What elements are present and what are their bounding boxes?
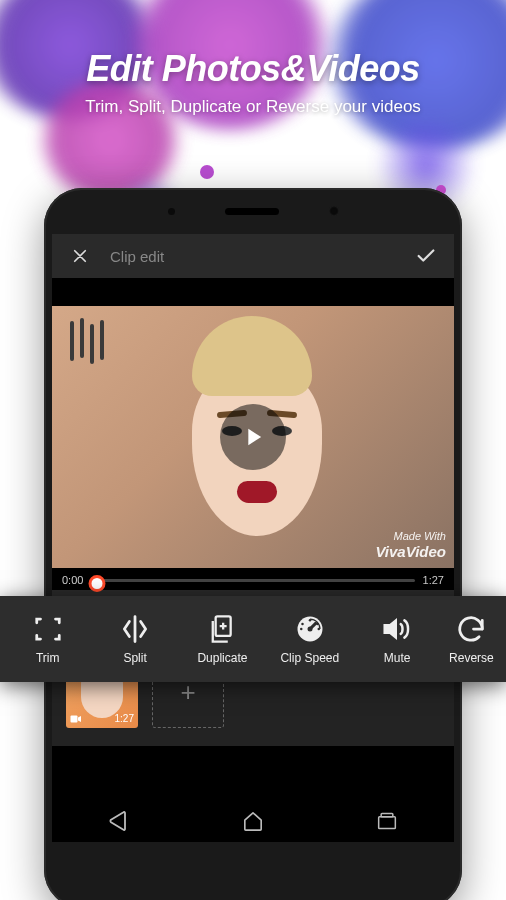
trim-tool[interactable]: Trim — [4, 613, 91, 665]
editor-topbar: Clip edit — [52, 234, 454, 278]
promo-title: Edit Photos&Videos — [0, 48, 506, 90]
svg-point-9 — [309, 619, 312, 622]
timeline-total-time: 1:27 — [423, 574, 444, 586]
mute-tool[interactable]: Mute — [354, 613, 441, 665]
split-tool[interactable]: Split — [91, 613, 178, 665]
svg-rect-4 — [379, 817, 396, 829]
tool-label: Mute — [384, 651, 411, 665]
split-icon — [119, 613, 151, 645]
play-button[interactable] — [220, 404, 286, 470]
recent-icon — [377, 812, 397, 830]
svg-point-14 — [307, 627, 312, 632]
home-icon — [242, 811, 264, 831]
nav-back-button[interactable] — [99, 806, 139, 836]
tool-label: Reverse — [449, 651, 494, 665]
close-icon — [71, 247, 89, 265]
svg-rect-3 — [71, 716, 78, 723]
clip-speed-tool[interactable]: Clip Speed — [266, 613, 353, 665]
svg-rect-5 — [381, 814, 393, 817]
tool-label: Duplicate — [197, 651, 247, 665]
tool-label: Split — [123, 651, 146, 665]
watermark-line2: VivaVideo — [375, 543, 446, 560]
phone-hardware-top — [44, 188, 462, 234]
tool-label: Trim — [36, 651, 60, 665]
timeline-current-time: 0:00 — [62, 574, 83, 586]
tool-label: Clip Speed — [280, 651, 339, 665]
watermark: Made With VivaVideo — [375, 530, 446, 560]
timeline: 0:00 1:27 — [52, 568, 454, 590]
timeline-track[interactable] — [91, 579, 414, 582]
clip-type-badge — [70, 714, 82, 724]
nav-recent-button[interactable] — [367, 806, 407, 836]
back-icon — [107, 811, 131, 831]
watermark-line1: Made With — [375, 530, 446, 543]
nav-home-button[interactable] — [233, 806, 273, 836]
confirm-button[interactable] — [410, 240, 442, 272]
tool-overlay-enlarged: Trim Split Duplicate Clip Speed Mute Rev… — [0, 596, 506, 682]
clip-duration: 1:27 — [115, 713, 134, 724]
phone-frame: Clip edit — [44, 188, 462, 900]
play-icon — [239, 423, 267, 451]
promo-text-block: Edit Photos&Videos Trim, Split, Duplicat… — [0, 0, 506, 118]
svg-point-12 — [300, 628, 303, 631]
check-icon — [415, 245, 437, 267]
close-button[interactable] — [64, 240, 96, 272]
topbar-title: Clip edit — [110, 248, 396, 265]
volume-icon — [381, 613, 413, 645]
duplicate-icon — [206, 613, 238, 645]
video-preview[interactable]: Made With VivaVideo — [52, 306, 454, 568]
trim-icon — [32, 613, 64, 645]
duplicate-tool[interactable]: Duplicate — [179, 613, 266, 665]
video-icon — [70, 714, 82, 724]
reverse-tool[interactable]: Reverse — [441, 613, 502, 665]
promo-subtitle: Trim, Split, Duplicate or Reverse your v… — [0, 96, 506, 118]
svg-point-13 — [301, 623, 304, 626]
timeline-playhead[interactable] — [89, 575, 106, 592]
svg-point-11 — [317, 628, 320, 631]
reverse-icon — [455, 613, 487, 645]
android-nav-bar — [52, 800, 454, 842]
phone-screen: Clip edit — [52, 234, 454, 842]
clip-speed-icon — [294, 613, 326, 645]
